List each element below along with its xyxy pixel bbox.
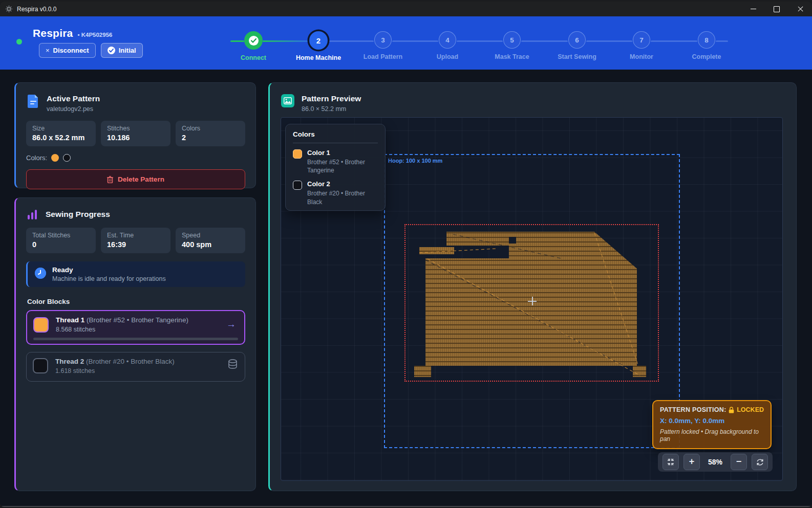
pattern-dimensions: 86.0 × 52.2 mm [302, 105, 361, 113]
thread-2-swatch [33, 358, 48, 373]
fit-view-button[interactable] [663, 454, 679, 470]
pattern-position-label: PATTERN POSITION: [660, 406, 726, 413]
active-pattern-card: Active Pattern valetudogv2.pes Size 86.0… [14, 82, 256, 188]
disconnect-button[interactable]: × Disconnect [39, 43, 96, 58]
stat-stitches: Stitches 10.186 [101, 121, 170, 146]
header: Respira • K4P502956 × Disconnect Initial [0, 16, 812, 70]
pattern-coordinates: X: 0.0mm, Y: 0.0mm [660, 417, 764, 425]
document-icon [27, 94, 39, 108]
thread-1-block[interactable]: Thread 1 (Brother #52 • Brother Tangerin… [26, 310, 245, 345]
pattern-lock-note: Pattern locked • Drag background to pan [660, 428, 764, 443]
step-label: Load Pattern [350, 53, 416, 60]
step-connect[interactable]: Connect [220, 31, 287, 61]
app-name: Respira [33, 27, 73, 39]
trash-icon [107, 176, 113, 183]
step-number: 8 [698, 31, 715, 49]
maximize-icon [774, 6, 780, 12]
image-icon [281, 94, 294, 107]
canvas-center-crosshair [528, 297, 537, 305]
plus-icon: + [689, 457, 695, 466]
initial-button[interactable]: Initial [101, 43, 143, 58]
thread-stitch-count: 8.568 stitches [56, 326, 188, 333]
zoom-in-button[interactable]: + [683, 454, 700, 470]
step-monitor[interactable]: 7 Monitor [608, 31, 675, 60]
legend-swatch-black [293, 181, 302, 190]
step-label: Mask Trace [479, 53, 545, 60]
step-number: 4 [439, 31, 456, 49]
step-label: Start Sewing [544, 53, 610, 60]
step-mask-trace[interactable]: 5 Mask Trace [479, 31, 545, 60]
status-description: Machine is idle and ready for operations [52, 275, 166, 282]
legend-item-color2: Color 2 Brother #20 • Brother Black [293, 180, 378, 206]
step-number: 2 [309, 31, 328, 50]
step-number: 7 [633, 31, 650, 49]
active-pattern-title: Active Pattern [47, 94, 100, 103]
close-icon [797, 6, 804, 12]
minimize-button[interactable] [741, 2, 765, 16]
sewing-progress-card: Sewing Progress Total Stitches 0 Est. Ti… [14, 197, 256, 491]
thread-2-block[interactable]: Thread 2 (Brother #20 • Brother Black) 1… [26, 352, 245, 382]
maximize-button[interactable] [765, 2, 788, 16]
stat-speed: Speed 400 spm [176, 228, 245, 253]
legend-color-desc: Brother #52 • Brother Tangerine [307, 158, 368, 174]
preview-canvas[interactable]: Hoop: 100 x 100 mm [281, 117, 783, 481]
initial-label: Initial [119, 47, 136, 54]
step-upload[interactable]: 4 Upload [414, 31, 481, 60]
thread-name: Thread 1 [56, 316, 84, 324]
step-start-sewing[interactable]: 6 Start Sewing [544, 31, 610, 60]
lock-icon [729, 407, 734, 413]
layers-icon [228, 359, 238, 369]
step-label: Upload [414, 53, 481, 60]
thread-1-progress-bar [33, 338, 238, 340]
zoom-controls: + 58% − [658, 452, 773, 472]
minus-icon: − [736, 457, 742, 466]
machine-status-banner: Ready Machine is idle and ready for oper… [26, 261, 245, 287]
step-home-machine[interactable]: 2 Home Machine [285, 31, 352, 61]
sewing-progress-title: Sewing Progress [46, 210, 110, 219]
thread-detail: (Brother #20 • Brother Black) [86, 358, 175, 365]
pattern-preview-title: Pattern Preview [302, 94, 361, 103]
step-number: 3 [374, 31, 392, 49]
bar-chart-icon [27, 209, 38, 219]
legend-swatch-orange [293, 149, 302, 159]
locked-badge: LOCKED [737, 406, 764, 413]
close-button[interactable] [788, 2, 812, 16]
machine-serial: • K4P502956 [77, 32, 112, 38]
arrow-right-icon: → [226, 319, 236, 330]
step-load-pattern[interactable]: 3 Load Pattern [350, 31, 416, 60]
window-title: Respira v0.0.0 [17, 6, 56, 13]
compress-icon [667, 458, 674, 466]
color-swatch-black [63, 154, 71, 162]
stat-total-stitches: Total Stitches 0 [26, 228, 96, 253]
disconnect-label: Disconnect [53, 47, 89, 54]
step-complete[interactable]: 8 Complete [673, 31, 740, 60]
delete-pattern-button[interactable]: Delete Pattern [26, 169, 245, 189]
refresh-icon [756, 458, 764, 466]
legend-title: Colors [293, 130, 378, 143]
stat-colors: Colors 2 [176, 121, 245, 146]
x-icon: × [46, 47, 50, 54]
color-swatch-orange [51, 154, 59, 162]
zoom-level: 58% [704, 458, 726, 466]
step-label: Home Machine [285, 54, 352, 61]
step-label: Complete [673, 53, 740, 60]
legend-color-desc: Brother #20 • Brother Black [307, 189, 368, 206]
clock-icon [35, 268, 46, 279]
step-done-check-icon [244, 31, 263, 50]
background-window-sliver [0, 506, 812, 507]
reset-view-button[interactable] [752, 454, 768, 470]
connection-status-dot [16, 39, 22, 45]
thread-name: Thread 2 [55, 358, 84, 365]
legend-item-color1: Color 1 Brother #52 • Brother Tangerine [293, 149, 378, 174]
legend-color-name: Color 2 [307, 180, 368, 188]
status-title: Ready [52, 266, 166, 274]
stat-size: Size 86.0 x 52.2 mm [26, 121, 96, 146]
check-circle-icon [108, 47, 115, 54]
thread-detail: (Brother #52 • Brother Tangerine) [87, 316, 188, 324]
zoom-out-button[interactable]: − [731, 454, 747, 470]
thread-stitch-count: 1.618 stitches [55, 367, 175, 374]
color-blocks-title: Color Blocks [16, 287, 255, 310]
legend-color-name: Color 1 [307, 149, 368, 157]
minimize-icon [751, 9, 756, 9]
pattern-filename: valetudogv2.pes [47, 105, 100, 113]
